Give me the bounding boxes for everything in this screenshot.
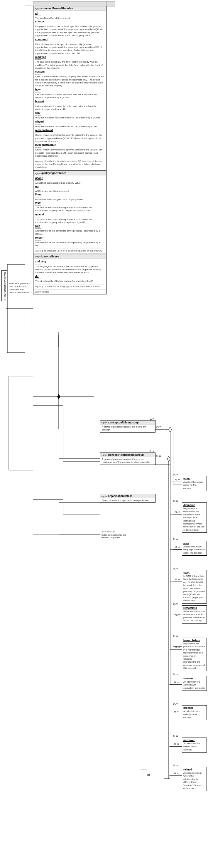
right-box-note: note Additional natural language informa… <box>182 541 207 556</box>
concept-rel-group-desc: A group of properties required to expres… <box>102 458 153 464</box>
qualifying-footer-note: A group of attributes used for a qualifi… <box>35 249 104 252</box>
any-other-bottom: any ##other Extension points for pre-def… <box>100 529 135 540</box>
field-how: how ▪▪▪▪▪▪▪▪ Indicates by which means th… <box>35 88 104 99</box>
field-why: why ▪▪▪▪▪▪▪▪ Why the metadata has been i… <box>35 112 104 119</box>
any-other-main: any ##other <box>33 289 106 294</box>
mult-related: 0..∞ <box>173 764 178 767</box>
svg-text:0..∞: 0..∞ <box>175 510 180 513</box>
concept-def-group-desc: A group of properties required to define… <box>102 426 153 432</box>
field-roleuri: roleuri ▪▪▪▪▪▪▪▪ A refinement of the sem… <box>35 236 104 247</box>
i18n-attributes-content: xml:lang ▪▪▪▪▪▪▪▪ The language of this e… <box>33 259 106 288</box>
main-attributes-box: «grp» commonPowerAttributes id ▪▪▪▪▪▪▪▪ … <box>33 6 106 294</box>
field-whyuri: whyuri ▪▪▪▪▪▪▪▪ Why the metadata has bee… <box>35 120 104 128</box>
svg-marker-55 <box>169 427 172 433</box>
mult-note: 0..∞ <box>173 538 178 541</box>
common-power-attributes-header: «grp» commonPowerAttributes <box>33 6 106 10</box>
field-literal: literal ▪▪▪▪▪▪▪▪ A free-text value assig… <box>35 193 104 201</box>
field-dir: dir ▪▪▪▪▪▪▪▪ The directionality of textu… <box>35 275 104 283</box>
mult-definition: 0..∞ <box>173 499 178 502</box>
field-creator: creator ▪▪▪▪▪▪▪▪ If a property value is … <box>35 20 104 37</box>
svg-text:0..∞: 0..∞ <box>175 613 180 616</box>
svg-text:0..∞: 0..∞ <box>175 578 180 581</box>
multiplicity-concept-rel: 0..∞ <box>150 450 154 453</box>
right-box-narrower: narrower An identifier of a more specifi… <box>182 738 207 752</box>
mult-same-as: 0..∞ <box>173 673 178 676</box>
field-pubconstraint: pubconstraint ▪▪▪▪▪▪▪▪ One or many const… <box>35 129 104 143</box>
svg-text:0..∞: 0..∞ <box>174 681 179 684</box>
field-uri: uri ▪▪▪▪▪▪▪▪ A URI which identifies a co… <box>35 185 104 192</box>
field-custom: custom ▪▪▪▪▪▪▪▪ If set to true the corre… <box>35 70 104 88</box>
qualifying-attributes-content: qcode ▪▪▪▪▪▪▪▪ A qualified code assigned… <box>33 176 106 253</box>
concept-relationships-group-box: «grp» ConceptRelationshipsGroup A group … <box>100 453 155 465</box>
right-box-definition: definition Represents a definition of th… <box>182 502 207 533</box>
org-details-desc: Group of attributes specific to an organ… <box>102 499 153 502</box>
or-text: or <box>147 773 150 777</box>
field-modified: modified ▪▪▪▪▪▪▪▪ The date (and, optiona… <box>35 56 104 70</box>
field-typeuri: typeuri ▪▪▪▪▪▪▪▪ The type of the concept… <box>35 213 104 224</box>
flex-org-prop-type-label: FlexOrganisationPropType <box>1 270 7 301</box>
common-footer-note: A group of attributes for all elements o… <box>35 159 104 169</box>
mult-hierarchy-info: 0..∞ <box>173 635 178 638</box>
svg-text:0..∞: 0..∞ <box>156 425 161 428</box>
field-id: id ▪▪▪▪▪▪▪▪ The local identifier of the … <box>35 12 104 20</box>
svg-text:0..∞: 0..∞ <box>174 710 179 713</box>
common-power-attributes-content: id ▪▪▪▪▪▪▪▪ The local identifier of the … <box>33 10 106 169</box>
svg-marker-42 <box>57 394 60 400</box>
right-box-related: related A related concept, where the rel… <box>182 767 207 791</box>
svg-text:0..∞: 0..∞ <box>174 743 179 745</box>
i18n-footer-note: A group of attributes for language and s… <box>35 284 104 288</box>
organisation-details-box: «grp» organisationDetails Group of attri… <box>100 494 155 503</box>
field-qcode: qcode ▪▪▪▪▪▪▪▪ A qualified code assigned… <box>35 177 104 184</box>
svg-text:0..∞: 0..∞ <box>175 546 180 549</box>
mult-facet: 0..∞ <box>173 567 178 570</box>
svg-text:0..∞: 0..∞ <box>174 772 179 775</box>
svg-text:0..∞: 0..∞ <box>175 646 180 649</box>
field-creatoruri: creatoruri ▪▪▪▪▪▪▪▪ If the attribute is … <box>35 38 104 55</box>
flex-org-prop-type-desc: Flexible organisation data type for both… <box>9 282 32 294</box>
svg-marker-62 <box>167 456 170 462</box>
right-box-hierarchy-info: hierarchyInfo Represents the position of… <box>182 638 207 671</box>
svg-text:0..∞: 0..∞ <box>175 478 180 481</box>
field-role: role ▪▪▪▪▪▪▪▪ A refinement of the semant… <box>35 224 104 236</box>
field-xmllang: xml:lang ▪▪▪▪▪▪▪▪ The language of this e… <box>35 260 104 274</box>
right-box-facet: facet In NAR 1.8 and later, facet is dep… <box>182 570 207 603</box>
mult-remote-info: 0..∞ <box>173 602 178 605</box>
right-box-broader: broader An identifier of a more general … <box>182 705 207 720</box>
qualifying-attributes-header: «grp» qualifyingAttributes <box>33 171 106 176</box>
right-box-same-as: sameAs An identifier of a concept with e… <box>182 676 207 691</box>
right-box-remote-info: remoteInfo A link to an item or a web re… <box>182 605 207 623</box>
concept-definition-group-box: «grp» ConceptDefinitionGroup A group of … <box>100 420 155 433</box>
mult-name: 0..∞ <box>173 473 178 476</box>
right-box-name: name A natural language name for the con… <box>182 476 207 491</box>
field-pubconstrainturi: pubconstrainturi ▪▪▪▪▪▪▪▪ One or many co… <box>35 144 104 157</box>
mult-narrower: 0..∞ <box>173 735 178 738</box>
i18n-attributes-header: «grp» i18nAttributes <box>33 254 106 259</box>
mult-broader: 0..∞ <box>173 702 178 705</box>
multiplicity-concept-def: 0..∞ <box>150 417 154 420</box>
field-howuri: howuri ▪▪▪▪▪▪▪▪ Indicates by which means… <box>35 100 104 111</box>
svg-text:0..∞: 0..∞ <box>156 455 161 458</box>
field-type: type ▪▪▪▪▪▪▪▪ The type of the concept as… <box>35 201 104 212</box>
